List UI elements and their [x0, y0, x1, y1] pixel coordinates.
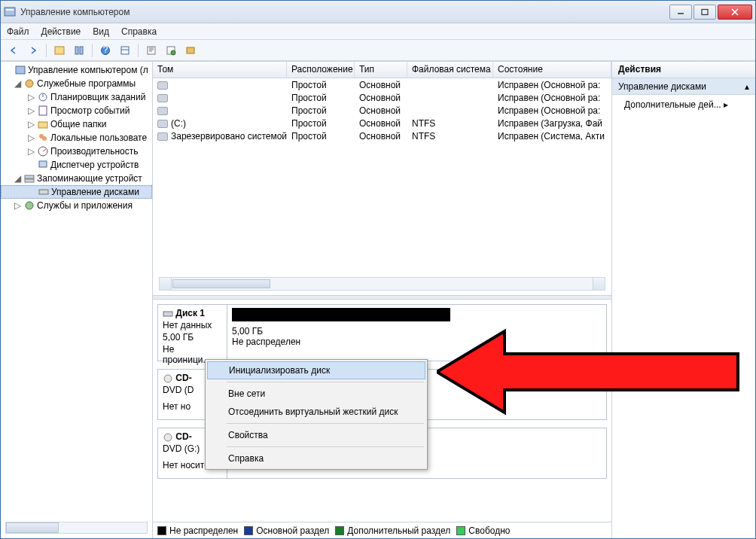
menu-file[interactable]: Файл: [7, 26, 29, 37]
actions-pane: Действия Управление дисками ▴ Дополнител…: [612, 62, 755, 538]
tree-tools[interactable]: ◢Служебные программы: [1, 77, 152, 90]
annotation-arrow: [437, 327, 745, 419]
menu-view[interactable]: Вид: [93, 26, 109, 37]
tree-perf[interactable]: ▷Производительность: [1, 145, 152, 158]
rescan-button[interactable]: [163, 42, 179, 59]
actions-section[interactable]: Управление дисками ▴: [612, 78, 755, 95]
col-tom[interactable]: Том: [153, 62, 287, 78]
col-layout[interactable]: Расположение: [287, 62, 355, 78]
svg-rect-0: [5, 8, 15, 16]
tree-pane: Управление компьютером (л ◢Служебные про…: [1, 62, 153, 538]
app-icon: [4, 6, 16, 18]
svg-rect-22: [38, 122, 47, 128]
disk1-size: 5,00 ГБ: [163, 332, 222, 343]
svg-rect-27: [39, 161, 47, 167]
disk1-status: Нет данных: [163, 320, 222, 330]
svg-rect-16: [187, 47, 194, 53]
ctx-offline[interactable]: Вне сети: [207, 385, 425, 403]
tree-diskmgmt[interactable]: Управление дисками: [1, 185, 152, 199]
tree-events[interactable]: ▷Просмотр событий: [1, 104, 152, 117]
toolbar: ?: [1, 40, 755, 61]
menu-help[interactable]: Справка: [121, 26, 157, 37]
tree-services[interactable]: ▷Службы и приложения: [1, 199, 152, 212]
volume-hscrollbar[interactable]: [159, 277, 605, 291]
refresh-button[interactable]: [143, 42, 160, 59]
collapse-icon: ▴: [745, 81, 749, 92]
actions-header: Действия: [612, 62, 755, 78]
chevron-right-icon: ▸: [724, 99, 728, 110]
table-row[interactable]: ПростойОсновнойИсправен (Основной ра:: [153, 78, 611, 91]
table-row[interactable]: (C:)ПростойОсновнойNTFSИсправен (Загрузк…: [153, 117, 611, 129]
close-button[interactable]: [718, 5, 752, 20]
svg-point-31: [26, 202, 33, 209]
col-state[interactable]: Состояние: [493, 62, 611, 78]
tree-devmgr[interactable]: Диспетчер устройств: [1, 158, 152, 172]
disk1-bar: [232, 308, 450, 321]
forward-button[interactable]: [25, 42, 41, 59]
window-title: Управление компьютером: [20, 7, 669, 17]
titlebar[interactable]: Управление компьютером: [1, 1, 755, 23]
properties-button[interactable]: [71, 42, 87, 59]
menubar: Файл Действие Вид Справка: [1, 23, 755, 40]
menu-action[interactable]: Действие: [41, 26, 81, 37]
legend: Не распределен Основной раздел Дополните…: [153, 522, 611, 538]
tree-scheduler[interactable]: ▷Планировщик заданий: [1, 90, 152, 104]
back-button[interactable]: [5, 42, 22, 59]
ctx-initialize[interactable]: Инициализировать диск: [207, 361, 425, 379]
svg-rect-30: [39, 190, 48, 194]
tree-storage[interactable]: ◢Запоминающие устройст: [1, 172, 152, 185]
disk1-name: Диск 1: [175, 308, 205, 318]
minimize-button[interactable]: [669, 5, 692, 20]
svg-point-34: [164, 434, 172, 441]
svg-rect-28: [25, 175, 34, 178]
svg-rect-8: [80, 47, 83, 54]
svg-rect-32: [163, 312, 172, 316]
tree-shared[interactable]: ▷Общие папки: [1, 117, 152, 131]
show-hide-tree-button[interactable]: [51, 42, 68, 59]
table-row[interactable]: ПростойОсновнойИсправен (Основной ра:: [153, 104, 611, 117]
maximize-button[interactable]: [694, 5, 716, 20]
svg-rect-1: [6, 9, 14, 11]
col-fs[interactable]: Файловая система: [407, 62, 493, 78]
context-menu: Инициализировать диск Вне сети Отсоедини…: [205, 359, 428, 470]
svg-rect-17: [16, 66, 25, 74]
table-row[interactable]: Зарезервировано системойПростойОсновнойN…: [153, 129, 611, 142]
svg-point-24: [42, 136, 47, 141]
volume-header: Том Расположение Тип Файловая система Со…: [153, 62, 611, 78]
svg-line-26: [43, 149, 46, 151]
svg-text:?: ?: [103, 45, 108, 55]
svg-point-18: [26, 80, 33, 87]
ctx-detach[interactable]: Отсоединить виртуальный жесткий диск: [207, 403, 425, 421]
view-mode-button[interactable]: [117, 42, 133, 59]
svg-rect-7: [75, 47, 78, 54]
ctx-properties[interactable]: Свойства: [207, 426, 425, 444]
tree-root[interactable]: Управление компьютером (л: [1, 63, 152, 77]
col-type[interactable]: Тип: [355, 62, 407, 78]
help-button[interactable]: ?: [97, 42, 114, 59]
volume-rows: ПростойОсновнойИсправен (Основной ра:Про…: [153, 78, 611, 274]
tree-users[interactable]: ▷Локальные пользовате: [1, 131, 152, 145]
svg-rect-11: [121, 47, 129, 54]
ctx-help[interactable]: Справка: [207, 449, 425, 467]
actions-more[interactable]: Дополнительные дей... ▸: [612, 95, 755, 114]
svg-point-33: [164, 375, 172, 382]
tree-hscrollbar[interactable]: [5, 522, 148, 534]
svg-rect-29: [25, 179, 34, 182]
svg-rect-21: [39, 106, 47, 115]
table-row[interactable]: ПростойОсновнойИсправен (Основной ра:: [153, 91, 611, 104]
svg-rect-6: [55, 47, 64, 54]
svg-point-15: [171, 50, 175, 55]
svg-rect-3: [702, 9, 708, 14]
svg-marker-35: [437, 331, 738, 413]
settings-button[interactable]: [182, 42, 199, 59]
